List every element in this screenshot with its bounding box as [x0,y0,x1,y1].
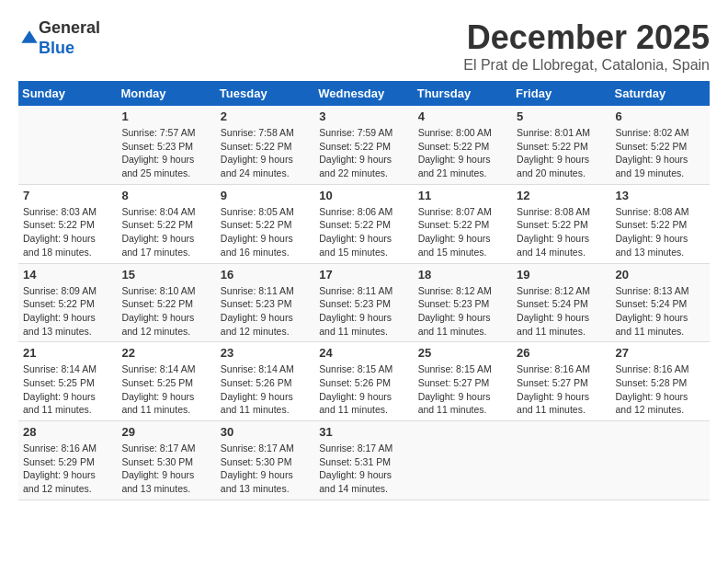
day-number: 6 [616,109,705,123]
day-number: 11 [418,189,507,202]
day-info: Sunrise: 7:57 AMSunset: 5:23 PMDaylight:… [121,126,210,180]
day-info: Sunrise: 8:02 AMSunset: 5:22 PMDaylight:… [616,126,705,180]
calendar-table: SundayMondayTuesdayWednesdayThursdayFrid… [18,81,710,500]
calendar-cell: 22Sunrise: 8:14 AMSunset: 5:25 PMDayligh… [117,342,215,421]
day-info: Sunrise: 8:12 AMSunset: 5:24 PMDaylight:… [517,284,606,339]
calendar-cell: 11Sunrise: 8:07 AMSunset: 5:22 PMDayligh… [414,184,512,263]
day-number: 3 [319,109,408,123]
day-number: 31 [319,425,408,439]
day-number: 13 [616,189,705,202]
logo: General Blue [18,18,100,58]
calendar-cell: 15Sunrise: 8:10 AMSunset: 5:22 PMDayligh… [117,263,215,342]
calendar-header-row: SundayMondayTuesdayWednesdayThursdayFrid… [18,81,710,106]
col-header-sunday: Sunday [18,81,117,106]
day-number: 10 [319,189,408,202]
day-info: Sunrise: 7:58 AMSunset: 5:22 PMDaylight:… [221,126,310,180]
day-number: 28 [23,425,112,439]
day-number: 2 [221,109,310,123]
day-number: 21 [23,346,112,360]
calendar-week-row: 21Sunrise: 8:14 AMSunset: 5:25 PMDayligh… [18,342,710,421]
day-info: Sunrise: 8:08 AMSunset: 5:22 PMDaylight:… [616,205,705,259]
calendar-cell: 5Sunrise: 8:01 AMSunset: 5:22 PMDaylight… [512,106,610,184]
calendar-cell: 27Sunrise: 8:16 AMSunset: 5:28 PMDayligh… [611,342,710,421]
logo-blue: Blue [39,39,74,57]
calendar-week-row: 1Sunrise: 7:57 AMSunset: 5:23 PMDaylight… [18,106,710,184]
day-number: 16 [221,268,310,282]
title-block: December 2025 El Prat de Llobregat, Cata… [463,18,710,74]
day-info: Sunrise: 8:01 AMSunset: 5:22 PMDaylight:… [517,126,606,180]
col-header-thursday: Thursday [414,81,512,106]
calendar-cell: 29Sunrise: 8:17 AMSunset: 5:30 PMDayligh… [117,421,215,500]
calendar-cell [512,421,610,500]
logo-icon [20,29,39,48]
day-info: Sunrise: 8:15 AMSunset: 5:27 PMDaylight:… [418,362,507,417]
day-info: Sunrise: 8:04 AMSunset: 5:22 PMDaylight:… [121,205,210,259]
col-header-tuesday: Tuesday [216,81,314,106]
day-info: Sunrise: 8:12 AMSunset: 5:23 PMDaylight:… [418,284,507,339]
day-number: 20 [616,268,705,282]
calendar-cell: 30Sunrise: 8:17 AMSunset: 5:30 PMDayligh… [216,421,314,500]
calendar-cell: 14Sunrise: 8:09 AMSunset: 5:22 PMDayligh… [18,263,117,342]
calendar-cell: 21Sunrise: 8:14 AMSunset: 5:25 PMDayligh… [18,342,117,421]
day-number: 4 [418,109,507,123]
day-info: Sunrise: 8:15 AMSunset: 5:26 PMDaylight:… [319,362,408,417]
day-number: 23 [221,346,310,360]
day-number: 5 [517,109,606,123]
calendar-cell: 31Sunrise: 8:17 AMSunset: 5:31 PMDayligh… [314,421,413,500]
calendar-cell: 18Sunrise: 8:12 AMSunset: 5:23 PMDayligh… [414,263,512,342]
day-number: 15 [121,268,210,282]
day-info: Sunrise: 8:13 AMSunset: 5:24 PMDaylight:… [616,284,705,339]
day-number: 17 [319,268,408,282]
day-number: 9 [221,189,310,202]
logo-general: General [39,18,100,37]
calendar-cell: 10Sunrise: 8:06 AMSunset: 5:22 PMDayligh… [314,184,413,263]
calendar-cell: 9Sunrise: 8:05 AMSunset: 5:22 PMDaylight… [216,184,314,263]
day-number: 19 [517,268,606,282]
calendar-cell: 8Sunrise: 8:04 AMSunset: 5:22 PMDaylight… [117,184,215,263]
calendar-cell: 26Sunrise: 8:16 AMSunset: 5:27 PMDayligh… [512,342,610,421]
day-info: Sunrise: 8:03 AMSunset: 5:22 PMDaylight:… [23,205,112,259]
day-number: 1 [121,109,210,123]
day-number: 12 [517,189,606,202]
calendar-cell: 6Sunrise: 8:02 AMSunset: 5:22 PMDaylight… [611,106,710,184]
day-info: Sunrise: 8:16 AMSunset: 5:27 PMDaylight:… [517,362,606,417]
calendar-body: 1Sunrise: 7:57 AMSunset: 5:23 PMDaylight… [18,106,710,500]
calendar-cell: 13Sunrise: 8:08 AMSunset: 5:22 PMDayligh… [611,184,710,263]
calendar-cell: 20Sunrise: 8:13 AMSunset: 5:24 PMDayligh… [611,263,710,342]
calendar-cell [611,421,710,500]
calendar-cell: 12Sunrise: 8:08 AMSunset: 5:22 PMDayligh… [512,184,610,263]
day-info: Sunrise: 8:09 AMSunset: 5:22 PMDaylight:… [23,284,112,339]
calendar-cell: 7Sunrise: 8:03 AMSunset: 5:22 PMDaylight… [18,184,117,263]
calendar-week-row: 7Sunrise: 8:03 AMSunset: 5:22 PMDaylight… [18,184,710,263]
col-header-monday: Monday [117,81,215,106]
calendar-cell: 1Sunrise: 7:57 AMSunset: 5:23 PMDaylight… [117,106,215,184]
day-info: Sunrise: 8:11 AMSunset: 5:23 PMDaylight:… [221,284,310,339]
day-info: Sunrise: 8:16 AMSunset: 5:28 PMDaylight:… [616,362,705,417]
svg-marker-0 [21,30,37,42]
day-number: 29 [121,425,210,439]
day-info: Sunrise: 8:17 AMSunset: 5:31 PMDaylight:… [319,442,408,496]
day-info: Sunrise: 8:06 AMSunset: 5:22 PMDaylight:… [319,205,408,259]
calendar-week-row: 28Sunrise: 8:16 AMSunset: 5:29 PMDayligh… [18,421,710,500]
day-number: 26 [517,346,606,360]
day-number: 24 [319,346,408,360]
calendar-cell: 17Sunrise: 8:11 AMSunset: 5:23 PMDayligh… [314,263,413,342]
day-info: Sunrise: 8:00 AMSunset: 5:22 PMDaylight:… [418,126,507,180]
day-info: Sunrise: 8:11 AMSunset: 5:23 PMDaylight:… [319,284,408,339]
day-number: 22 [121,346,210,360]
logo-text: General Blue [39,18,100,58]
day-info: Sunrise: 8:08 AMSunset: 5:22 PMDaylight:… [517,205,606,259]
calendar-cell: 4Sunrise: 8:00 AMSunset: 5:22 PMDaylight… [414,106,512,184]
day-info: Sunrise: 8:07 AMSunset: 5:22 PMDaylight:… [418,205,507,259]
day-info: Sunrise: 8:17 AMSunset: 5:30 PMDaylight:… [221,442,310,496]
day-number: 8 [121,189,210,202]
day-info: Sunrise: 8:14 AMSunset: 5:26 PMDaylight:… [221,362,310,417]
col-header-saturday: Saturday [611,81,710,106]
day-number: 30 [221,425,310,439]
day-info: Sunrise: 8:10 AMSunset: 5:22 PMDaylight:… [121,284,210,339]
calendar-cell: 19Sunrise: 8:12 AMSunset: 5:24 PMDayligh… [512,263,610,342]
day-number: 25 [418,346,507,360]
calendar-cell: 25Sunrise: 8:15 AMSunset: 5:27 PMDayligh… [414,342,512,421]
day-info: Sunrise: 7:59 AMSunset: 5:22 PMDaylight:… [319,126,408,180]
calendar-cell: 23Sunrise: 8:14 AMSunset: 5:26 PMDayligh… [216,342,314,421]
